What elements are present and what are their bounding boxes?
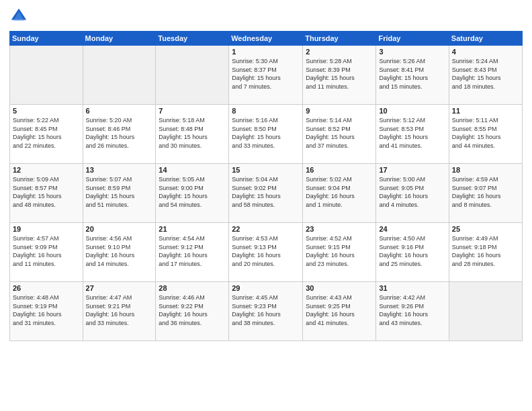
calendar-cell: 31Sunrise: 4:42 AM Sunset: 9:26 PM Dayli… bbox=[376, 282, 449, 341]
day-info: Sunrise: 4:59 AM Sunset: 9:07 PM Dayligh… bbox=[452, 175, 519, 209]
day-info: Sunrise: 4:48 AM Sunset: 9:19 PM Dayligh… bbox=[13, 293, 80, 327]
calendar-cell: 7Sunrise: 5:18 AM Sunset: 8:48 PM Daylig… bbox=[156, 105, 229, 164]
week-row-2: 5Sunrise: 5:22 AM Sunset: 8:45 PM Daylig… bbox=[10, 105, 523, 164]
calendar-cell: 10Sunrise: 5:12 AM Sunset: 8:53 PM Dayli… bbox=[376, 105, 449, 164]
calendar-cell: 25Sunrise: 4:49 AM Sunset: 9:18 PM Dayli… bbox=[449, 223, 522, 282]
day-info: Sunrise: 5:02 AM Sunset: 9:04 PM Dayligh… bbox=[306, 175, 373, 209]
day-info: Sunrise: 4:49 AM Sunset: 9:18 PM Dayligh… bbox=[452, 234, 519, 268]
day-number: 16 bbox=[306, 166, 373, 174]
day-info: Sunrise: 4:52 AM Sunset: 9:15 PM Dayligh… bbox=[306, 234, 373, 268]
day-info: Sunrise: 5:22 AM Sunset: 8:45 PM Dayligh… bbox=[13, 116, 80, 150]
day-info: Sunrise: 4:43 AM Sunset: 9:25 PM Dayligh… bbox=[306, 293, 373, 327]
header bbox=[9, 7, 523, 26]
page: SundayMondayTuesdayWednesdayThursdayFrid… bbox=[0, 0, 532, 411]
day-number: 10 bbox=[379, 107, 445, 115]
day-number: 8 bbox=[232, 107, 300, 115]
calendar-cell: 15Sunrise: 5:04 AM Sunset: 9:02 PM Dayli… bbox=[229, 164, 303, 223]
calendar-cell: 30Sunrise: 4:43 AM Sunset: 9:25 PM Dayli… bbox=[303, 282, 376, 341]
day-number: 23 bbox=[306, 225, 373, 233]
day-number: 13 bbox=[86, 166, 153, 174]
week-row-5: 26Sunrise: 4:48 AM Sunset: 9:19 PM Dayli… bbox=[10, 282, 523, 341]
day-number: 5 bbox=[13, 107, 80, 115]
calendar-cell: 28Sunrise: 4:46 AM Sunset: 9:22 PM Dayli… bbox=[156, 282, 229, 341]
day-info: Sunrise: 4:57 AM Sunset: 9:09 PM Dayligh… bbox=[13, 234, 80, 268]
day-number: 27 bbox=[86, 284, 153, 292]
day-info: Sunrise: 4:54 AM Sunset: 9:12 PM Dayligh… bbox=[159, 234, 226, 268]
day-number: 20 bbox=[86, 225, 153, 233]
day-number: 17 bbox=[379, 166, 445, 174]
day-info: Sunrise: 4:47 AM Sunset: 9:21 PM Dayligh… bbox=[86, 293, 153, 327]
day-info: Sunrise: 5:28 AM Sunset: 8:39 PM Dayligh… bbox=[306, 57, 373, 91]
day-number: 24 bbox=[379, 225, 445, 233]
day-number: 4 bbox=[452, 48, 519, 56]
calendar-cell bbox=[10, 46, 83, 105]
day-number: 28 bbox=[159, 284, 226, 292]
day-number: 26 bbox=[13, 284, 80, 292]
calendar-cell: 26Sunrise: 4:48 AM Sunset: 9:19 PM Dayli… bbox=[10, 282, 83, 341]
calendar-cell: 9Sunrise: 5:14 AM Sunset: 8:52 PM Daylig… bbox=[303, 105, 376, 164]
calendar-cell: 12Sunrise: 5:09 AM Sunset: 8:57 PM Dayli… bbox=[10, 164, 83, 223]
logo bbox=[9, 7, 31, 26]
day-info: Sunrise: 4:46 AM Sunset: 9:22 PM Dayligh… bbox=[159, 293, 226, 327]
calendar-cell: 1Sunrise: 5:30 AM Sunset: 8:37 PM Daylig… bbox=[229, 46, 303, 105]
day-info: Sunrise: 4:53 AM Sunset: 9:13 PM Dayligh… bbox=[232, 234, 300, 268]
logo-icon bbox=[9, 7, 28, 26]
weekday-header-sunday: Sunday bbox=[10, 32, 83, 46]
calendar-cell: 6Sunrise: 5:20 AM Sunset: 8:46 PM Daylig… bbox=[83, 105, 156, 164]
calendar-cell: 22Sunrise: 4:53 AM Sunset: 9:13 PM Dayli… bbox=[229, 223, 303, 282]
day-info: Sunrise: 5:14 AM Sunset: 8:52 PM Dayligh… bbox=[306, 116, 373, 150]
calendar-cell: 17Sunrise: 5:00 AM Sunset: 9:05 PM Dayli… bbox=[376, 164, 449, 223]
day-info: Sunrise: 5:24 AM Sunset: 8:43 PM Dayligh… bbox=[452, 57, 519, 91]
calendar-cell: 13Sunrise: 5:07 AM Sunset: 8:59 PM Dayli… bbox=[83, 164, 156, 223]
calendar-cell bbox=[449, 282, 522, 341]
day-number: 21 bbox=[159, 225, 226, 233]
calendar-cell: 5Sunrise: 5:22 AM Sunset: 8:45 PM Daylig… bbox=[10, 105, 83, 164]
weekday-header-saturday: Saturday bbox=[449, 32, 522, 46]
week-row-3: 12Sunrise: 5:09 AM Sunset: 8:57 PM Dayli… bbox=[10, 164, 523, 223]
day-number: 30 bbox=[306, 284, 373, 292]
day-number: 25 bbox=[452, 225, 519, 233]
day-number: 14 bbox=[159, 166, 226, 174]
day-info: Sunrise: 5:30 AM Sunset: 8:37 PM Dayligh… bbox=[232, 57, 300, 91]
calendar-cell: 21Sunrise: 4:54 AM Sunset: 9:12 PM Dayli… bbox=[156, 223, 229, 282]
day-info: Sunrise: 5:18 AM Sunset: 8:48 PM Dayligh… bbox=[159, 116, 226, 150]
calendar-cell: 16Sunrise: 5:02 AM Sunset: 9:04 PM Dayli… bbox=[303, 164, 376, 223]
day-number: 31 bbox=[379, 284, 445, 292]
calendar-cell: 3Sunrise: 5:26 AM Sunset: 8:41 PM Daylig… bbox=[376, 46, 449, 105]
calendar-cell: 4Sunrise: 5:24 AM Sunset: 8:43 PM Daylig… bbox=[449, 46, 522, 105]
weekday-header-friday: Friday bbox=[376, 32, 449, 46]
day-number: 12 bbox=[13, 166, 80, 174]
calendar-cell: 19Sunrise: 4:57 AM Sunset: 9:09 PM Dayli… bbox=[10, 223, 83, 282]
day-number: 15 bbox=[232, 166, 300, 174]
day-info: Sunrise: 5:12 AM Sunset: 8:53 PM Dayligh… bbox=[379, 116, 445, 150]
day-number: 11 bbox=[452, 107, 519, 115]
calendar-cell: 11Sunrise: 5:11 AM Sunset: 8:55 PM Dayli… bbox=[449, 105, 522, 164]
day-number: 18 bbox=[452, 166, 519, 174]
week-row-4: 19Sunrise: 4:57 AM Sunset: 9:09 PM Dayli… bbox=[10, 223, 523, 282]
day-number: 2 bbox=[306, 48, 373, 56]
calendar-cell: 20Sunrise: 4:56 AM Sunset: 9:10 PM Dayli… bbox=[83, 223, 156, 282]
day-number: 9 bbox=[306, 107, 373, 115]
day-info: Sunrise: 4:42 AM Sunset: 9:26 PM Dayligh… bbox=[379, 293, 445, 327]
day-info: Sunrise: 5:09 AM Sunset: 8:57 PM Dayligh… bbox=[13, 175, 80, 209]
day-info: Sunrise: 5:04 AM Sunset: 9:02 PM Dayligh… bbox=[232, 175, 300, 209]
weekday-header-thursday: Thursday bbox=[303, 32, 376, 46]
day-info: Sunrise: 4:45 AM Sunset: 9:23 PM Dayligh… bbox=[232, 293, 300, 327]
calendar-cell: 8Sunrise: 5:16 AM Sunset: 8:50 PM Daylig… bbox=[229, 105, 303, 164]
day-number: 19 bbox=[13, 225, 80, 233]
week-row-1: 1Sunrise: 5:30 AM Sunset: 8:37 PM Daylig… bbox=[10, 46, 523, 105]
calendar-cell: 18Sunrise: 4:59 AM Sunset: 9:07 PM Dayli… bbox=[449, 164, 522, 223]
day-number: 22 bbox=[232, 225, 300, 233]
day-info: Sunrise: 5:20 AM Sunset: 8:46 PM Dayligh… bbox=[86, 116, 153, 150]
day-info: Sunrise: 5:11 AM Sunset: 8:55 PM Dayligh… bbox=[452, 116, 519, 150]
weekday-header-row: SundayMondayTuesdayWednesdayThursdayFrid… bbox=[10, 32, 523, 46]
calendar-cell bbox=[156, 46, 229, 105]
day-info: Sunrise: 5:00 AM Sunset: 9:05 PM Dayligh… bbox=[379, 175, 445, 209]
day-info: Sunrise: 5:07 AM Sunset: 8:59 PM Dayligh… bbox=[86, 175, 153, 209]
calendar-cell: 27Sunrise: 4:47 AM Sunset: 9:21 PM Dayli… bbox=[83, 282, 156, 341]
calendar-cell: 14Sunrise: 5:05 AM Sunset: 9:00 PM Dayli… bbox=[156, 164, 229, 223]
weekday-header-tuesday: Tuesday bbox=[156, 32, 229, 46]
day-info: Sunrise: 5:26 AM Sunset: 8:41 PM Dayligh… bbox=[379, 57, 445, 91]
calendar-cell: 2Sunrise: 5:28 AM Sunset: 8:39 PM Daylig… bbox=[303, 46, 376, 105]
day-info: Sunrise: 4:50 AM Sunset: 9:16 PM Dayligh… bbox=[379, 234, 445, 268]
